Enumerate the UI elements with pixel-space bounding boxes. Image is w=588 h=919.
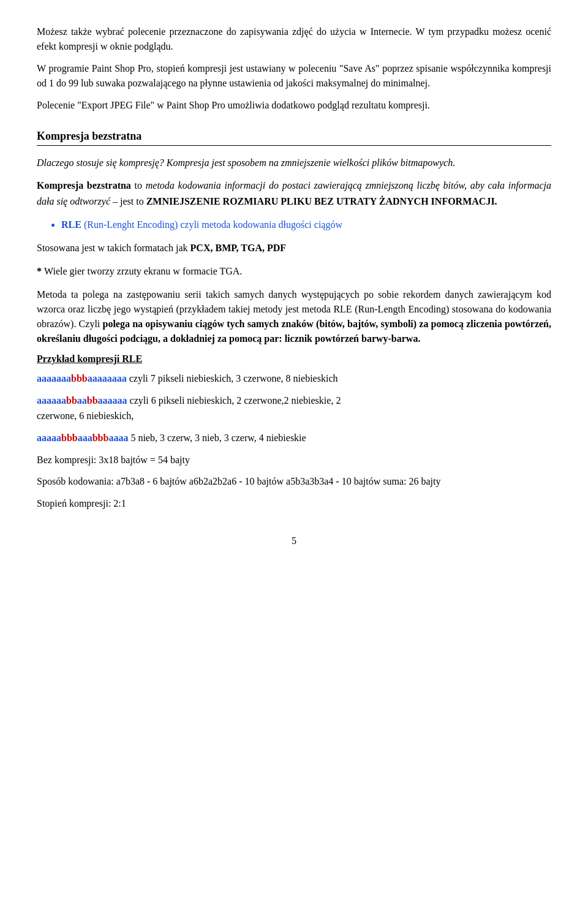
rle-list-item: RLE (Run-Lenght Encoding) czyli metoda k… — [61, 217, 551, 232]
rle-example-title: Przykład kompresji RLE — [37, 354, 551, 365]
rle-row3-red2: bbb — [92, 433, 109, 443]
italic-question: Dlaczego stosuje się kompresję? Kompresj… — [37, 156, 551, 170]
rle-abbreviation: RLE — [61, 219, 81, 230]
kompresja-bold-label: Kompresja bezstratna — [37, 180, 131, 191]
rle-row-3: aaaaabbbaaabbbaaaa 5 nieb, 3 czerw, 3 ni… — [37, 430, 551, 446]
rle-row3-blue3: aaaa — [108, 433, 128, 443]
italic-q-text: Dlaczego stosuje się kompresję? — [37, 157, 164, 168]
paragraph-1: Możesz także wybrać polecenie przeznaczo… — [37, 25, 551, 54]
rle-row-2: aaaaaabbaabbaaaaaa czyli 6 pikseli niebi… — [37, 393, 551, 424]
rle-row3-blue1: aaaaa — [37, 433, 61, 443]
paragraph-3: Polecenie "Export JPEG File" w Paint Sho… — [37, 98, 551, 113]
encoding-way-line: Sposób kodowania: a7b3a8 - 6 bajtów a6b2… — [37, 474, 551, 490]
degree-line: Stopień kompresji: 2:1 — [37, 496, 551, 512]
method-bold-text: polega na opisywaniu ciągów tych samych … — [37, 319, 551, 344]
kompresja-dash: – jest to — [110, 196, 146, 206]
page-number: 5 — [37, 535, 551, 546]
italic-q-answer: Kompresja jest sposobem na zmniejszenie … — [164, 157, 455, 168]
note-star: * — [37, 266, 44, 276]
rle-row1-red: bbb — [71, 373, 88, 384]
rle-row3-desc: 5 nieb, 3 czerw, 3 nieb, 3 czerw, 4 nieb… — [128, 433, 306, 443]
rle-description: (Run-Lenght Encoding) czyli metoda kodow… — [81, 219, 342, 230]
rle-row2-red1: bb — [66, 395, 77, 406]
rle-row2-blue3: aaaaaa — [98, 395, 127, 406]
kompresja-definition: Kompresja bezstratna to metoda kodowania… — [37, 178, 551, 209]
rle-row1-blue2: aaaaaaaa — [88, 373, 127, 384]
note-line: * Wiele gier tworzy zrzuty ekranu w form… — [37, 264, 551, 279]
rle-row1-blue1: aaaaaaa — [37, 373, 71, 384]
rle-row2-red2: bb — [87, 395, 98, 406]
rle-row2-desc: czyli 6 pikseli niebieskich, 2 czerwone,… — [127, 395, 341, 406]
rle-row-1: aaaaaaabbbaaaaaaaa czyli 7 pikseli niebi… — [37, 371, 551, 387]
rle-row2-blue1: aaaaaa — [37, 395, 66, 406]
formats-line: Stosowana jest w takich formatach jak PC… — [37, 241, 551, 255]
section-divider — [37, 145, 551, 146]
rle-row1-desc: czyli 7 pikseli niebieskich, 3 czerwone,… — [127, 373, 338, 384]
no-compress-line: Bez kompresji: 3x18 bajtów = 54 bajty — [37, 452, 551, 468]
note-text: Wiele gier tworzy zrzuty ekranu w formac… — [44, 266, 242, 276]
rle-example-block: Przykład kompresji RLE aaaaaaabbbaaaaaaa… — [37, 354, 551, 511]
rle-row2-desc2: czerwone, 6 niebieskich, — [37, 410, 134, 421]
formats-prefix: Stosowana jest w takich formatach jak — [37, 243, 190, 253]
rle-bullet-list: RLE (Run-Lenght Encoding) czyli metoda k… — [61, 217, 551, 232]
method-paragraph: Metoda ta polega na zastępowaniu serii t… — [37, 287, 551, 346]
kompresja-bold2: ZMNIEJSZENIE ROZMIARU PLIKU BEZ UTRATY Ż… — [146, 196, 497, 206]
kompresja-to: to — [131, 180, 146, 191]
section-heading-kompresja: Kompresja bezstratna — [37, 130, 551, 143]
formats-bold: PCX, BMP, TGA, PDF — [190, 243, 286, 253]
page-content: Możesz także wybrać polecenie przeznaczo… — [37, 25, 551, 546]
rle-row3-blue2: aaa — [78, 433, 92, 443]
rle-row3-red1: bbb — [61, 433, 78, 443]
paragraph-2: W programie Paint Shop Pro, stopień komp… — [37, 61, 551, 91]
rle-row2-blue2: aa — [77, 395, 87, 406]
